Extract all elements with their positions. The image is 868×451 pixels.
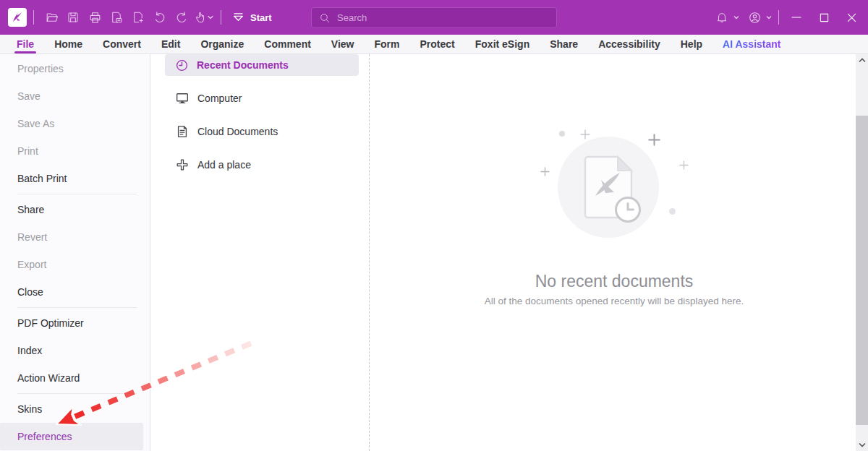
plus-icon [175, 158, 190, 172]
menu-tab-ai-assistant[interactable]: AI Assistant [712, 35, 791, 53]
search-field[interactable] [337, 12, 549, 23]
maximize-icon [820, 13, 829, 22]
foxit-logo-icon [11, 11, 24, 24]
maximize-button[interactable] [813, 7, 835, 28]
place-cloud-documents[interactable]: Cloud Documents [165, 121, 359, 142]
scroll-up-button[interactable] [856, 54, 868, 66]
minimize-icon [791, 12, 801, 22]
empty-state-illustration [558, 137, 659, 238]
menu-tab-foxit-esign[interactable]: Foxit eSign [465, 35, 540, 53]
file-menu-pdf-optimizer[interactable]: PDF Optimizer [0, 309, 150, 337]
chevron-up-icon [859, 58, 866, 63]
places-panel: Recent Documents Computer Cloud Document… [150, 54, 370, 451]
menu-tab-form[interactable]: Form [365, 35, 410, 53]
close-button[interactable] [841, 7, 862, 28]
file-menu-save-as: Save As [0, 110, 150, 137]
tab-start[interactable]: Start [232, 12, 272, 23]
menu-tab-convert[interactable]: Convert [93, 35, 151, 53]
menu-tab-protect[interactable]: Protect [410, 35, 465, 53]
file-menu-print: Print [0, 137, 150, 165]
notification-bell-button[interactable] [711, 7, 733, 28]
menu-tab-edit[interactable]: Edit [151, 35, 190, 53]
undo-icon [153, 11, 166, 24]
place-computer[interactable]: Computer [165, 87, 359, 109]
file-menu-properties: Properties [0, 55, 150, 82]
undo-button[interactable] [149, 7, 171, 28]
menu-tab-organize[interactable]: Organize [190, 35, 254, 53]
collapse-ribbon-icon [232, 12, 244, 22]
empty-state-subtitle: All of the documents opened recently wil… [370, 296, 859, 306]
toolbar-separator [778, 10, 779, 25]
sparkle-icon [679, 160, 689, 170]
file-menu-close[interactable]: Close [0, 278, 150, 306]
place-add-a-place[interactable]: Add a place [165, 154, 359, 176]
place-label: Cloud Documents [197, 126, 278, 137]
hand-tool-button[interactable] [192, 7, 214, 28]
account-dropdown-caret[interactable] [766, 15, 772, 20]
menu-tab-share[interactable]: Share [540, 35, 588, 53]
search-input[interactable] [311, 7, 557, 28]
open-folder-button[interactable] [41, 7, 62, 28]
dot-decoration [669, 208, 676, 215]
file-backstage: Properties Save Save As Print Batch Prin… [0, 54, 868, 451]
recent-documents-panel: No recent documents All of the documents… [370, 54, 856, 451]
empty-state-title: No recent documents [370, 272, 859, 291]
create-pdf-button[interactable] [127, 7, 149, 28]
sparkle-icon [580, 129, 590, 139]
foxit-pdf-editor-window: Start [0, 0, 868, 451]
bell-dropdown-caret[interactable] [733, 15, 739, 20]
file-menu-save: Save [0, 82, 150, 110]
redo-icon [175, 11, 188, 24]
document-icon [175, 124, 190, 139]
search-icon [319, 12, 331, 24]
place-recent-documents[interactable]: Recent Documents [165, 54, 359, 76]
menu-tab-comment[interactable]: Comment [254, 35, 321, 53]
file-menu-sidebar: Properties Save Save As Print Batch Prin… [0, 54, 150, 451]
hand-tool-icon [194, 11, 207, 24]
menu-tab-accessibility[interactable]: Accessibility [588, 35, 671, 53]
close-icon [847, 13, 856, 22]
menu-tab-help[interactable]: Help [671, 35, 712, 53]
open-folder-icon [45, 11, 59, 25]
save-button[interactable] [62, 7, 84, 28]
scroll-down-button[interactable] [856, 439, 868, 451]
print-button[interactable] [84, 7, 106, 28]
toolbar-separator [221, 10, 221, 25]
place-label: Computer [197, 93, 242, 104]
redo-button[interactable] [171, 7, 192, 28]
toolbar-separator [33, 10, 34, 25]
sidebar-divider [17, 194, 137, 194]
file-menu-action-wizard[interactable]: Action Wizard [0, 364, 150, 392]
document-clock-illustration-icon [558, 137, 659, 238]
account-icon [748, 11, 762, 25]
export-pdf-button[interactable] [106, 7, 127, 28]
menu-tab-view[interactable]: View [321, 35, 365, 53]
monitor-icon [175, 91, 190, 106]
file-menu-skins[interactable]: Skins [0, 395, 150, 423]
vertical-scrollbar[interactable] [856, 54, 868, 451]
minimize-button[interactable] [786, 7, 807, 28]
scrollbar-thumb[interactable] [856, 116, 868, 425]
chevron-down-icon [859, 442, 866, 447]
menu-tab-home[interactable]: Home [44, 35, 93, 53]
sparkle-icon [648, 134, 660, 146]
bell-icon [715, 11, 728, 24]
file-menu-preferences[interactable]: Preferences [0, 423, 143, 450]
menu-tab-file[interactable]: File [7, 35, 44, 53]
dot-decoration [559, 131, 565, 137]
file-menu-share[interactable]: Share [0, 196, 150, 223]
account-button[interactable] [744, 7, 765, 28]
start-tab-label: Start [250, 12, 272, 23]
clock-icon [175, 59, 189, 72]
hand-tool-dropdown-caret[interactable] [208, 15, 213, 20]
save-icon [67, 11, 80, 24]
place-label: Recent Documents [197, 59, 289, 71]
place-label: Add a place [197, 159, 251, 171]
file-menu-export: Export [0, 251, 150, 278]
menu-bar: File Home Convert Edit Organize Comment … [0, 35, 868, 54]
file-menu-batch-print[interactable]: Batch Print [0, 165, 150, 192]
titlebar: Start [0, 0, 868, 35]
file-menu-index[interactable]: Index [0, 337, 150, 364]
export-pdf-icon [110, 11, 123, 24]
sidebar-divider [17, 307, 137, 308]
